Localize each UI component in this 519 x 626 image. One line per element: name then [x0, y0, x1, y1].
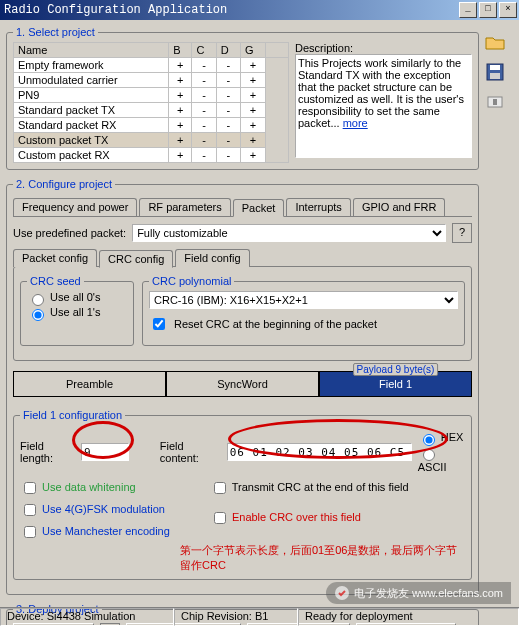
col-g[interactable]: G [240, 43, 265, 58]
svg-rect-1 [490, 65, 500, 70]
status-device: Device: Si4438 Simulation [0, 608, 174, 626]
opt-enable-crc[interactable]: Enable CRC over this field [210, 509, 409, 527]
more-link[interactable]: more [343, 117, 368, 129]
crc-poly-group: CRC polynomial CRC-16 (IBM): X16+X15+X2+… [142, 275, 465, 346]
open-folder-icon[interactable] [483, 30, 507, 54]
svg-rect-2 [490, 73, 500, 79]
encoding-ascii[interactable]: ASCII [418, 446, 465, 473]
table-row[interactable]: Standard packet TX+--+ [14, 103, 289, 118]
table-row[interactable]: Standard packet RX+--+ [14, 118, 289, 133]
settings-icon[interactable] [483, 90, 507, 114]
tab-crc-config[interactable]: CRC config [99, 250, 173, 268]
col-name[interactable]: Name [14, 43, 169, 58]
svg-rect-4 [493, 99, 497, 105]
payload-label: Payload 9 byte(s) [353, 363, 439, 376]
col-d[interactable]: D [216, 43, 240, 58]
select-project-legend: 1. Select project [13, 26, 98, 38]
strip-syncword[interactable]: SyncWord [166, 371, 319, 397]
main-tabs: Frequency and power RF parameters Packet… [13, 198, 472, 217]
description-label: Description: [295, 42, 472, 54]
table-row[interactable]: Empty framework+--+ [14, 58, 289, 73]
close-button[interactable]: × [499, 2, 517, 18]
tab-packet-config[interactable]: Packet config [13, 249, 97, 267]
field-length-label: Field length: [20, 440, 75, 464]
save-icon[interactable] [483, 60, 507, 84]
field1-config: Field 1 configuration Field length: Fiel… [13, 409, 472, 580]
col-scroll [266, 43, 289, 58]
tab-frequency[interactable]: Frequency and power [13, 198, 137, 216]
predefined-label: Use predefined packet: [13, 227, 126, 239]
crc-seed-legend: CRC seed [27, 275, 84, 287]
titlebar: Radio Configuration Application _ □ × [0, 0, 519, 20]
col-b[interactable]: B [169, 43, 192, 58]
strip-field1[interactable]: Payload 9 byte(s) Field 1 [319, 371, 472, 397]
table-row[interactable]: PN9+--+ [14, 88, 289, 103]
opt-manchester[interactable]: Use Manchester encoding [20, 523, 170, 541]
tab-packet[interactable]: Packet [233, 199, 285, 217]
seed-0-option[interactable]: Use all 0's [27, 291, 100, 303]
crc-poly-legend: CRC polynomial [149, 275, 234, 287]
strip-preamble[interactable]: Preamble [13, 371, 166, 397]
status-bar: Device: Si4438 Simulation Chip Revision:… [0, 607, 519, 626]
reset-crc-label: Reset CRC at the beginning of the packet [174, 318, 377, 330]
table-row-selected[interactable]: Custom packet TX+--+ [14, 133, 289, 148]
configure-project-section: 2. Configure project Frequency and power… [6, 178, 479, 595]
opt-whitening[interactable]: Use data whitening [20, 479, 170, 497]
tab-gpio[interactable]: GPIO and FRR [353, 198, 446, 216]
field1-legend: Field 1 configuration [20, 409, 125, 421]
tab-field-config[interactable]: Field config [175, 249, 249, 267]
opt-gfsk[interactable]: Use 4(G)FSK modulation [20, 501, 170, 519]
help-button[interactable]: ? [452, 223, 472, 243]
description-text[interactable]: This Projects work similarly to the Stan… [295, 54, 472, 158]
project-table[interactable]: Name B C D G Empty framework+--+ Unmodul… [13, 42, 289, 163]
table-row[interactable]: Custom packet RX+--+ [14, 148, 289, 163]
opt-transmit-crc[interactable]: Transmit CRC at the end of this field [210, 479, 409, 497]
annotation-text: 第一个字节表示长度，后面01至06是数据，最后两个字节留作CRC [180, 543, 465, 573]
tab-interrupts[interactable]: Interrupts [286, 198, 350, 216]
status-ready: Ready for deployment [298, 608, 519, 626]
configure-project-legend: 2. Configure project [13, 178, 115, 190]
maximize-button[interactable]: □ [479, 2, 497, 18]
sub-tabs: Packet config CRC config Field config [13, 249, 472, 267]
seed-1-option[interactable]: Use all 1's [27, 306, 100, 318]
encoding-hex[interactable]: HEX [418, 431, 465, 446]
col-c[interactable]: C [192, 43, 216, 58]
select-project-section: 1. Select project Name B C D G Empty fra… [6, 26, 479, 170]
window-title: Radio Configuration Application [4, 3, 227, 17]
predefined-select[interactable]: Fully customizable [132, 224, 446, 242]
crc-seed-group: CRC seed Use all 0's Use all 1's [20, 275, 134, 346]
field-content-label: Field content: [160, 440, 221, 464]
crc-poly-select[interactable]: CRC-16 (IBM): X16+X15+X2+1 [149, 291, 458, 309]
packet-strip: Preamble SyncWord Payload 9 byte(s) Fiel… [13, 371, 472, 397]
field-length-input[interactable] [81, 443, 129, 461]
scrollbar[interactable] [266, 58, 289, 163]
tab-rf-params[interactable]: RF parameters [139, 198, 230, 216]
watermark: 电子发烧友 www.elecfans.com [326, 582, 511, 604]
field-content-input[interactable] [227, 443, 412, 461]
reset-crc-checkbox[interactable] [153, 318, 165, 330]
status-chip: Chip Revision: B1 [174, 608, 298, 626]
minimize-button[interactable]: _ [459, 2, 477, 18]
table-row[interactable]: Unmodulated carrier+--+ [14, 73, 289, 88]
